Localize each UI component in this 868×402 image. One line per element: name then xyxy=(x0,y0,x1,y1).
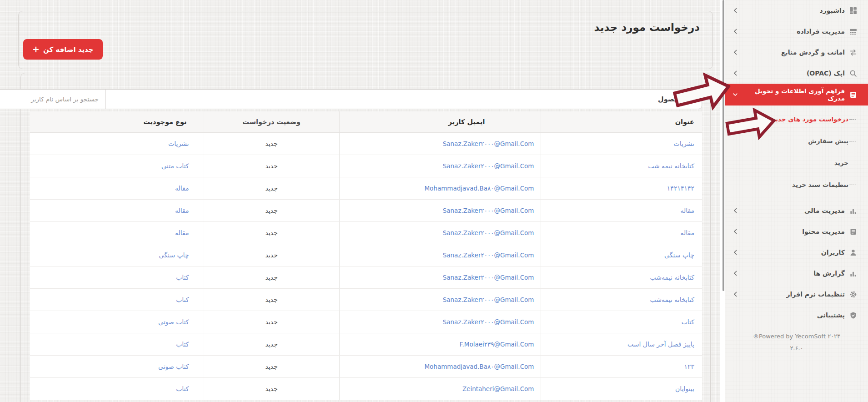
sidebar-item-dashboard[interactable]: داشبورد xyxy=(725,0,868,21)
column-header-email[interactable]: ایمیل کاربر xyxy=(339,111,541,132)
request-title-link[interactable]: ۱۲۳ xyxy=(541,355,702,377)
request-title-link[interactable]: پاییز فصل آخر سال است xyxy=(541,333,702,355)
sidebar-item-reports[interactable]: گزارش ها xyxy=(725,263,868,284)
request-status: جدید xyxy=(204,199,339,221)
table-row: مقاله Sanaz.Zaker۲۰۰۰@Gmail.Com جدید مقا… xyxy=(30,199,702,221)
request-title-link[interactable]: مقاله xyxy=(541,199,702,221)
sidebar-item-acquisition-delivery[interactable]: فراهم آوری اطلاعات و تحویل مدرک xyxy=(725,84,868,106)
requests-table: عنوان ایمیل کاربر وضعیت درخواست نوع موجو… xyxy=(30,111,702,400)
sidebar-item-software-settings[interactable]: تنظیمات نرم افزار xyxy=(725,284,868,305)
sidebar-item-opac[interactable]: اپک (OPAC) xyxy=(725,63,868,84)
chevron-left-icon xyxy=(733,207,738,214)
sidebar-footer: ®Powered by YecomSoft ۲۰۲۳ ۲.۶.۰ xyxy=(725,333,868,352)
request-status: جدید xyxy=(204,311,339,333)
page-header-card: درخواست مورد جدید جدید اضافه کن + xyxy=(18,11,713,69)
request-status: جدید xyxy=(204,288,339,311)
user-email-link[interactable]: F.Molaei۲۳۹@Gmail.Com xyxy=(339,333,541,355)
entity-type-link[interactable]: کتاب صوتی xyxy=(30,355,204,377)
entity-type-link[interactable]: مقاله xyxy=(30,221,204,244)
request-title-link[interactable]: ۱۴۲۱۴۱۴۲ xyxy=(541,177,702,199)
request-title-link[interactable]: کتاب xyxy=(541,311,702,333)
user-email-link[interactable]: Zeintaheri@Gmail.Com xyxy=(339,377,541,400)
entity-type-link[interactable]: کتاب متنی xyxy=(30,155,204,177)
user-email-link[interactable]: Sanaz.Zaker۲۰۰۰@Gmail.Com xyxy=(339,311,541,333)
chevron-left-icon xyxy=(733,249,738,256)
user-email-link[interactable]: Mohammadjavad.Ba۸۰@Gmail.Com xyxy=(339,355,541,377)
entity-type-link[interactable]: کتاب xyxy=(30,266,204,288)
user-email-link[interactable]: Sanaz.Zaker۲۰۰۰@Gmail.Com xyxy=(339,132,541,155)
request-title-link[interactable]: کتابخانه نیمه شب xyxy=(541,155,702,177)
bar-chart-icon xyxy=(849,207,857,215)
scrollbar-thumb[interactable] xyxy=(722,0,724,291)
user-email-link[interactable]: Sanaz.Zaker۲۰۰۰@Gmail.Com xyxy=(339,266,541,288)
submenu-item-pre-order[interactable]: پیش سفارش xyxy=(725,130,856,152)
submenu-item-purchase[interactable]: خرید xyxy=(725,152,856,174)
request-status: جدید xyxy=(204,221,339,244)
request-title-link[interactable]: بینوایان xyxy=(541,377,702,400)
chevron-left-icon xyxy=(733,7,738,14)
entity-type-link[interactable]: کتاب xyxy=(30,288,204,311)
column-header-type[interactable]: نوع موجودیت xyxy=(30,111,204,132)
page-scrollbar[interactable] xyxy=(720,0,725,402)
user-name-search-input[interactable] xyxy=(0,89,105,109)
request-status: جدید xyxy=(204,244,339,266)
entity-type-link[interactable]: نشریات xyxy=(30,132,204,155)
add-new-button[interactable]: جدید اضافه کن + xyxy=(23,39,103,60)
request-status: جدید xyxy=(204,266,339,288)
gear-icon xyxy=(849,291,857,298)
table-row: ۱۴۲۱۴۱۴۲ Mohammadjavad.Ba۸۰@Gmail.Com جد… xyxy=(30,177,702,199)
entity-type-link[interactable]: کتاب xyxy=(30,333,204,355)
sidebar-item-content-management[interactable]: مدیریت محتوا xyxy=(725,221,868,242)
entity-type-link[interactable]: مقاله xyxy=(30,199,204,221)
request-status: جدید xyxy=(204,355,339,377)
table-header-row: عنوان ایمیل کاربر وضعیت درخواست نوع موجو… xyxy=(30,111,702,132)
submenu-item-new-item-requests[interactable]: درخواست مورد های جدید xyxy=(725,108,856,130)
sidebar-item-users[interactable]: کاربران xyxy=(725,242,868,263)
user-email-link[interactable]: Sanaz.Zaker۲۰۰۰@Gmail.Com xyxy=(339,199,541,221)
table-row: کتاب Sanaz.Zaker۲۰۰۰@Gmail.Com جدید کتاب… xyxy=(30,311,702,333)
powered-by-text: ®Powered by YecomSoft ۲۰۲۳ xyxy=(725,333,868,340)
submenu-item-purchase-doc-settings[interactable]: تنظیمات سند خرید xyxy=(725,174,856,196)
filter-field-group: نوع موجودیت ▾ وضعیت ▾ xyxy=(105,89,702,109)
user-email-link[interactable]: Sanaz.Zaker۲۰۰۰@Gmail.Com xyxy=(339,288,541,311)
request-status: جدید xyxy=(204,155,339,177)
table-row: کتابخانه نیمه شب Sanaz.Zaker۲۰۰۰@Gmail.C… xyxy=(30,155,702,177)
column-header-title[interactable]: عنوان xyxy=(541,111,702,132)
chevron-left-icon xyxy=(733,70,738,76)
user-icon xyxy=(849,249,857,256)
user-email-link[interactable]: Mohammadjavad.Ba۸۰@Gmail.Com xyxy=(339,177,541,199)
content-doc-icon xyxy=(849,228,857,236)
entity-type-link[interactable]: کتاب xyxy=(30,377,204,400)
request-title-link[interactable]: کتابخانه نیمه‌شب xyxy=(541,266,702,288)
request-title-link[interactable]: نشریات xyxy=(541,132,702,155)
sidebar-item-metadata-management[interactable]: مدیریت فراداده xyxy=(725,21,868,42)
user-email-link[interactable]: Sanaz.Zaker۲۰۰۰@Gmail.Com xyxy=(339,221,541,244)
request-title-link[interactable]: مقاله xyxy=(541,221,702,244)
document-icon xyxy=(849,91,857,99)
sidebar-item-support[interactable]: پشتیبانی xyxy=(725,305,868,326)
plus-icon: + xyxy=(32,45,40,54)
entity-type-link[interactable]: مقاله xyxy=(30,177,204,199)
user-email-link[interactable]: Sanaz.Zaker۲۰۰۰@Gmail.Com xyxy=(339,244,541,266)
add-new-button-label: جدید اضافه کن xyxy=(43,45,94,54)
chevron-left-icon xyxy=(733,228,738,235)
table-row: کتابخانه نیمه‌شب Sanaz.Zaker۲۰۰۰@Gmail.C… xyxy=(30,288,702,311)
product-name-input[interactable] xyxy=(105,89,702,109)
acquisition-submenu: درخواست مورد های جدید پیش سفارش خرید تنظ… xyxy=(725,106,868,200)
metadata-table-icon xyxy=(849,28,857,35)
page-title: درخواست مورد جدید xyxy=(19,20,700,34)
dashed-connector xyxy=(849,141,856,141)
sidebar: داشبورد مدیریت فراداده امانت و گردش مناب… xyxy=(720,0,868,402)
entity-type-link[interactable]: کتاب صوتی xyxy=(30,311,204,333)
bar-chart-icon xyxy=(849,270,857,277)
column-header-status[interactable]: وضعیت درخواست xyxy=(204,111,339,132)
request-status: جدید xyxy=(204,177,339,199)
user-email-link[interactable]: Sanaz.Zaker۲۰۰۰@Gmail.Com xyxy=(339,155,541,177)
sidebar-item-financial-management[interactable]: مدیریت مالی xyxy=(725,200,868,221)
request-title-link[interactable]: کتابخانه نیمه‌شب xyxy=(541,288,702,311)
table-row: ۱۲۳ Mohammadjavad.Ba۸۰@Gmail.Com جدید کت… xyxy=(30,355,702,377)
request-title-link[interactable]: چاپ سنگی xyxy=(541,244,702,266)
dashed-connector xyxy=(849,185,856,185)
sidebar-item-circulation[interactable]: امانت و گردش منابع xyxy=(725,42,868,63)
entity-type-link[interactable]: چاپ سنگی xyxy=(30,244,204,266)
